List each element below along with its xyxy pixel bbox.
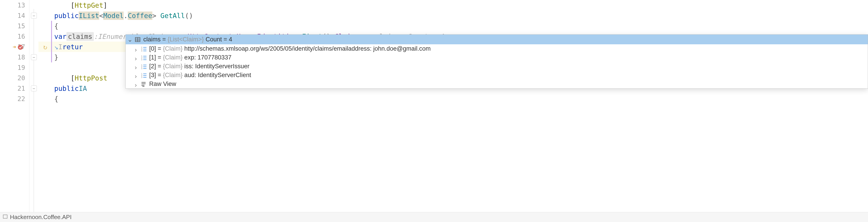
line-number-current[interactable]: ➔ 17: [0, 41, 29, 52]
line-number: 22: [0, 94, 29, 104]
debug-popup-header[interactable]: claims = {List<Claim>} Count = 4: [126, 35, 868, 44]
chevron-right-icon[interactable]: [134, 73, 138, 77]
line-number: 19: [0, 62, 29, 73]
breadcrumb-bar[interactable]: Hackernoon.Coffee.API: [0, 212, 868, 222]
list-icon: 123: [141, 72, 147, 78]
code-line[interactable]: {: [52, 94, 868, 104]
debug-row[interactable]: 123 [1] = {Claim} exp: 1707780337: [126, 53, 868, 62]
svg-text:3: 3: [141, 50, 143, 52]
line-number: 20: [0, 73, 29, 83]
line-number-gutter: 13 14 15 16 ➔ 17 18 19 20 21 22: [0, 0, 29, 212]
code-line[interactable]: [HttpGet]: [52, 0, 868, 10]
svg-text:3: 3: [141, 67, 143, 69]
line-number: 13: [0, 0, 29, 10]
line-number: 16: [0, 31, 29, 41]
svg-point-0: [18, 45, 23, 50]
debug-row[interactable]: 123 [0] = {Claim} http://schemas.xmlsoap…: [126, 44, 868, 53]
svg-text:3: 3: [141, 58, 143, 60]
breadcrumb-item[interactable]: Hackernoon.Coffee.API: [10, 214, 72, 221]
line-number: 15: [0, 21, 29, 31]
table-icon: [135, 37, 141, 42]
chevron-right-icon[interactable]: [134, 47, 138, 51]
list-icon: 123: [141, 46, 147, 52]
debug-watch-popup[interactable]: claims = {List<Claim>} Count = 4 123 [0]…: [125, 34, 868, 89]
execution-arrow-icon: ➔: [13, 43, 16, 50]
fold-icon[interactable]: −: [31, 13, 37, 19]
fold-icon[interactable]: −: [31, 54, 37, 60]
line-number: 21: [0, 83, 29, 94]
fold-icon[interactable]: −: [31, 86, 37, 91]
line-number: 18: [0, 52, 29, 62]
breakpoint-icon[interactable]: [18, 44, 23, 50]
line-number: 14: [0, 10, 29, 21]
svg-rect-33: [3, 215, 7, 218]
step-return-icon: ↻: [43, 43, 47, 51]
code-line[interactable]: public IList<Model.Coffee> GetAll(): [52, 10, 868, 21]
namespace-icon: [3, 214, 8, 221]
fold-gutter: − − −: [29, 0, 38, 212]
list-icon: 123: [141, 64, 147, 69]
raw-icon: [141, 81, 147, 87]
debug-raw-view[interactable]: Raw View: [126, 80, 868, 88]
code-line[interactable]: {: [51, 21, 868, 31]
debug-row[interactable]: 123 [2] = {Claim} iss: IdentityServerIss…: [126, 62, 868, 71]
svg-text:3: 3: [141, 76, 143, 78]
step-into-icon: ↘I: [54, 43, 62, 51]
annotation-gutter: ↻: [38, 0, 52, 212]
chevron-right-icon[interactable]: [134, 82, 138, 86]
chevron-right-icon[interactable]: [134, 56, 138, 60]
list-icon: 123: [141, 55, 147, 61]
debug-row[interactable]: 123 [3] = {Claim} aud: IdentityServerCli…: [126, 71, 868, 80]
chevron-down-icon[interactable]: [128, 37, 132, 41]
chevron-right-icon[interactable]: [134, 64, 138, 68]
code-editor[interactable]: [HttpGet] public IList<Model.Coffee> Get…: [52, 0, 868, 212]
